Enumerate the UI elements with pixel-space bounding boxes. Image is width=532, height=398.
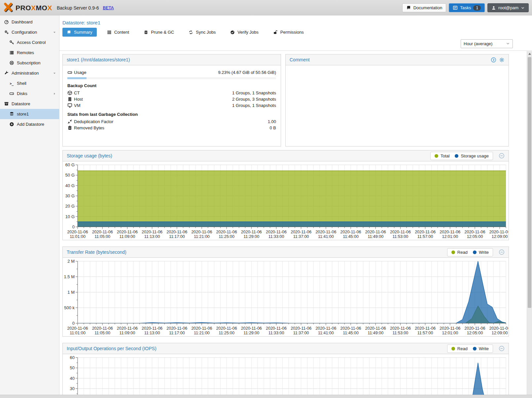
comment-panel-title: Comment — [290, 57, 310, 62]
sidebar-item-remotes[interactable]: Remotes — [0, 48, 59, 58]
scroll-up-arrow[interactable] — [527, 51, 532, 56]
gear-icon[interactable] — [499, 57, 505, 63]
comment-body[interactable] — [286, 65, 509, 73]
sidebar-item-label: store1 — [17, 112, 29, 116]
svg-text:12:05:00: 12:05:00 — [467, 331, 483, 335]
transfer-rate-legend: ReadWrite — [447, 248, 493, 256]
tasks-count-badge: 1 — [473, 5, 481, 11]
edit-comment-icon[interactable] — [491, 57, 496, 63]
svg-text:2 M: 2 M — [67, 259, 75, 264]
time-range-select[interactable]: Hour (average) — [461, 39, 513, 48]
beta-link[interactable]: BETA — [103, 5, 114, 10]
expand-arrow-icon[interactable] — [53, 92, 56, 96]
vertical-scrollbar[interactable] — [527, 51, 532, 395]
svg-text:2020-11-06: 2020-11-06 — [340, 326, 361, 331]
header-actions: Documentation Tasks 1 root@pam — [402, 3, 529, 12]
tab-label: Summary — [74, 30, 92, 35]
collapse-arrow-icon[interactable] — [53, 71, 56, 75]
svg-text:2020-11-06: 2020-11-06 — [216, 230, 237, 234]
tab-content[interactable]: Content — [103, 28, 134, 37]
sidebar-item-label: Access Control — [17, 40, 46, 45]
collapse-panel-icon[interactable] — [499, 152, 505, 160]
sidebar-item-label: Dashboard — [12, 19, 33, 24]
svg-text:0: 0 — [72, 224, 75, 229]
svg-text:1 M: 1 M — [67, 290, 75, 295]
svg-text:11:45:00: 11:45:00 — [343, 234, 359, 239]
vertical-scrollbar-thumb[interactable] — [528, 57, 531, 308]
sidebar-item-store1[interactable]: store1 — [0, 109, 59, 119]
iops-legend: ReadWrite — [447, 345, 493, 353]
summary-panel-header: store1 (/mnt/datastores/store1) — [63, 54, 281, 65]
backup-count-row-ct: CT1 Groups, 1 Snapshots — [67, 90, 276, 96]
svg-text:11:13:00: 11:13:00 — [144, 331, 160, 335]
sidebar-item-shell[interactable]: >_Shell — [0, 78, 59, 88]
dashboard-icon — [4, 19, 9, 24]
user-menu-button[interactable]: root@pam — [487, 3, 529, 12]
svg-text:2020-11-06: 2020-11-06 — [440, 326, 460, 331]
svg-text:10 G: 10 G — [65, 214, 75, 219]
svg-text:11:41:00: 11:41:00 — [318, 234, 334, 239]
usage-label: Usage — [74, 70, 87, 75]
sync-icon — [189, 30, 193, 35]
brand-name: PROXMOX — [16, 4, 52, 12]
svg-text:12:01:00: 12:01:00 — [442, 331, 458, 335]
sidebar-item-access-control[interactable]: Access Control — [0, 37, 59, 48]
backup-count-heading: Backup Count — [67, 83, 276, 88]
key-icon — [9, 40, 14, 45]
sidebar-item-add-datastore[interactable]: Add Datastore — [0, 119, 59, 129]
legend-item-total[interactable]: Total — [435, 153, 449, 158]
tasks-button[interactable]: Tasks 1 — [449, 3, 485, 12]
tab-prune-gc[interactable]: Prune & GC — [139, 28, 178, 37]
documentation-button[interactable]: Documentation — [402, 3, 446, 12]
backup-count-row-host: Host2 Groups, 3 Snapshots — [67, 96, 276, 102]
sidebar-item-administration[interactable]: Administration — [0, 68, 59, 78]
sidebar-item-dashboard[interactable]: Dashboard — [0, 17, 59, 27]
svg-text:11:21:00: 11:21:00 — [194, 331, 210, 335]
legend-item-write[interactable]: Write — [473, 346, 489, 351]
legend-label: Write — [479, 346, 489, 351]
svg-text:2020-11-06: 2020-11-06 — [489, 230, 508, 234]
legend-item-read[interactable]: Read — [451, 346, 468, 351]
svg-text:500 k: 500 k — [64, 305, 75, 310]
collapse-panel-icon[interactable] — [499, 248, 505, 256]
svg-text:2020-11-06: 2020-11-06 — [166, 326, 187, 331]
iops-chart-svg: 01020304050602020-11-0611:01:002020-11-0… — [63, 354, 508, 398]
tab-permissions[interactable]: Permissions — [269, 28, 308, 37]
collapse-arrow-icon[interactable] — [53, 30, 56, 34]
sidebar-item-disks[interactable]: Disks — [0, 88, 59, 99]
svg-text:40 G: 40 G — [65, 183, 75, 188]
remotes-icon — [9, 50, 14, 55]
sidebar-item-subscription[interactable]: Subscription — [0, 58, 59, 68]
tab-label: Permissions — [280, 30, 304, 35]
svg-text:2020-11-06: 2020-11-06 — [415, 326, 436, 331]
svg-text:2020-11-06: 2020-11-06 — [266, 326, 287, 331]
svg-text:11:05:00: 11:05:00 — [94, 331, 110, 335]
time-range-value: Hour (average) — [464, 41, 492, 46]
sidebar-item-datastore[interactable]: Datastore — [0, 99, 59, 109]
gears-icon — [4, 30, 9, 35]
tab-summary[interactable]: Summary — [62, 28, 97, 37]
legend-item-read[interactable]: Read — [451, 250, 468, 255]
legend-item-storage-usage[interactable]: Storage usage — [455, 153, 489, 158]
sidebar-item-configuration[interactable]: Configuration — [0, 27, 59, 37]
svg-text:2020-11-06: 2020-11-06 — [142, 230, 162, 234]
documentation-label: Documentation — [413, 5, 442, 10]
gc-row-removed-bytes: Removed Bytes0 B — [67, 125, 276, 131]
tab-verify-jobs[interactable]: Verify Jobs — [226, 28, 263, 37]
hdd-icon — [67, 70, 74, 75]
collapse-panel-icon[interactable] — [499, 345, 505, 353]
transfer-rate-chart-header: Transfer Rate (bytes/second) ReadWrite — [63, 247, 509, 258]
legend-item-write[interactable]: Write — [473, 250, 489, 255]
sidebar: DashboardConfigurationAccess ControlRemo… — [0, 16, 59, 398]
svg-text:11:01:00: 11:01:00 — [70, 234, 86, 239]
svg-text:11:17:00: 11:17:00 — [169, 331, 185, 335]
backup-count-row-vm: VM1 Groups, 1 Snapshots — [67, 102, 276, 109]
svg-text:11:37:00: 11:37:00 — [293, 331, 309, 335]
svg-text:2020-11-06: 2020-11-06 — [365, 326, 386, 331]
sidebar-item-label: Administration — [12, 71, 39, 76]
svg-text:11:57:00: 11:57:00 — [417, 331, 433, 335]
svg-text:11:37:00: 11:37:00 — [293, 234, 309, 239]
tab-sync-jobs[interactable]: Sync Jobs — [184, 28, 220, 37]
svg-text:2020-11-06: 2020-11-06 — [166, 230, 187, 234]
horizontal-scrollbar[interactable] — [0, 395, 532, 398]
